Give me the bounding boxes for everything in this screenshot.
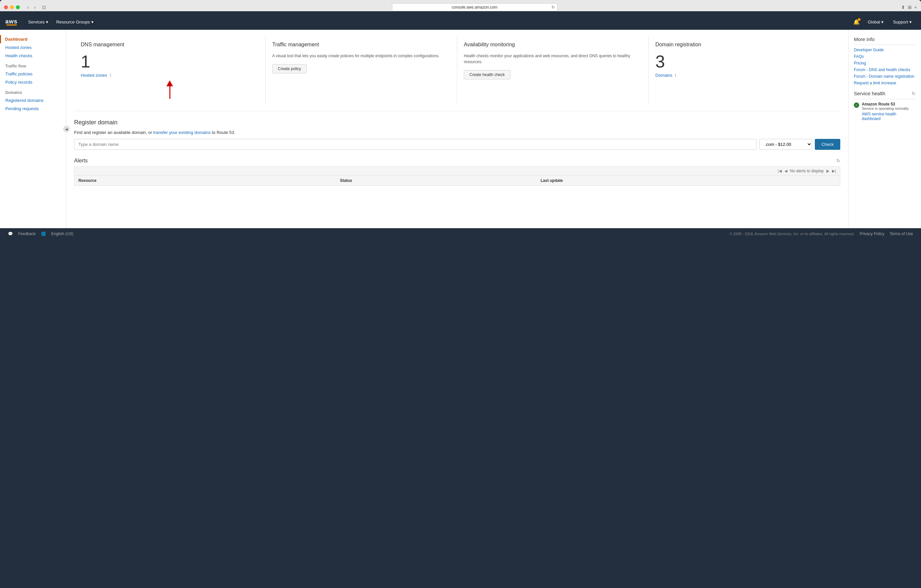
aws-logo-text: aws <box>5 18 18 25</box>
domains-info-icon: ℹ <box>675 73 676 77</box>
forward-button[interactable]: › <box>32 4 38 11</box>
globe-icon: 🌐 <box>41 232 46 236</box>
new-tab-button[interactable]: ⊞ <box>908 5 912 10</box>
browser-chrome: ‹ › ⊡ 🔒 console.aws.amazon.com ↻ ⬆ ⊞ + <box>0 0 921 11</box>
availability-monitoring-card: Availability monitoring Health checks mo… <box>457 36 649 104</box>
reload-icon[interactable]: ↻ <box>552 5 555 10</box>
notifications-icon[interactable]: 🔔 <box>853 19 860 25</box>
alerts-title: Alerts <box>74 158 88 164</box>
sidebar-toggle[interactable]: ◀ <box>63 126 70 132</box>
alerts-section: Alerts ↻ |◀ ◀ No alerts to display ▶ ▶| … <box>74 158 840 186</box>
next-page-button[interactable]: ▶ <box>827 169 829 173</box>
status-column-header: Status <box>336 175 537 186</box>
share-button[interactable]: ⬆ <box>901 5 905 10</box>
dns-management-title: DNS management <box>81 42 259 48</box>
minimize-button[interactable] <box>10 5 14 9</box>
domains-section-label: Domains <box>0 86 66 96</box>
forum-domain-link[interactable]: Forum - Domain name registration <box>854 74 916 79</box>
domain-extension-select[interactable]: .com - $12.00 <box>759 139 812 150</box>
add-tab-button[interactable]: + <box>914 5 917 10</box>
availability-monitoring-description: Health checks monitor your applications … <box>464 53 642 65</box>
aws-nav: aws Services ▾ Resource Groups ▾ 🔔 Globa… <box>0 14 921 30</box>
domains-link[interactable]: Domains <box>655 73 672 78</box>
sidebar-item-policy-records[interactable]: Policy records <box>0 78 66 86</box>
language-selector[interactable]: English (US) <box>51 232 73 236</box>
nav-buttons: ‹ › <box>25 4 37 11</box>
right-sidebar: More info Developer Guide FAQs Pricing F… <box>848 30 921 228</box>
availability-monitoring-title: Availability monitoring <box>464 42 642 48</box>
global-selector[interactable]: Global ▾ <box>864 14 888 30</box>
hosted-zones-info-icon: ℹ <box>110 73 111 77</box>
main-content: DNS management 1 Hosted zones ℹ Traffic … <box>66 30 848 228</box>
register-domain-section: Register domain Find and register an ava… <box>74 119 840 150</box>
no-alerts-text: No alerts to display <box>790 169 824 173</box>
register-domain-description: Find and register an available domain, o… <box>74 130 840 135</box>
address-bar-wrap: 🔒 console.aws.amazon.com ↻ <box>392 3 557 11</box>
feedback-icon: 💬 <box>8 232 13 236</box>
pricing-link[interactable]: Pricing <box>854 61 916 65</box>
create-policy-button[interactable]: Create policy <box>272 64 307 73</box>
main-container: ◀ Dashboard Hosted zones Health checks T… <box>0 30 921 228</box>
transfer-domains-link[interactable]: transfer your existing domains <box>153 130 210 135</box>
last-update-column-header: Last update <box>537 175 840 186</box>
tab-view-button[interactable]: ⊡ <box>40 4 48 11</box>
table-header-row: Resource Status Last update <box>75 175 840 186</box>
service-health-item: Amazon Route 53 Service is operating nor… <box>854 102 916 121</box>
service-name: Amazon Route 53 <box>862 102 916 107</box>
hosted-zones-link[interactable]: Hosted zones <box>81 73 107 78</box>
health-status-dot <box>854 102 859 108</box>
aws-logo-underline <box>6 24 17 26</box>
alerts-refresh-icon[interactable]: ↻ <box>836 158 840 163</box>
sidebar-item-traffic-policies[interactable]: Traffic policies <box>0 70 66 78</box>
maximize-button[interactable] <box>16 5 20 9</box>
close-button[interactable] <box>4 5 8 9</box>
domain-name-input[interactable] <box>74 139 757 150</box>
sidebar-item-health-checks[interactable]: Health checks <box>0 52 66 60</box>
domain-search-row: .com - $12.00 Check <box>74 139 840 150</box>
traffic-management-description: A visual tool that lets you easily creat… <box>272 53 450 59</box>
arrow-shaft <box>169 86 170 99</box>
traffic-management-title: Traffic management <box>272 42 450 48</box>
sidebar-item-dashboard[interactable]: Dashboard <box>0 35 66 43</box>
faqs-link[interactable]: FAQs <box>854 54 916 59</box>
sidebar: ◀ Dashboard Hosted zones Health checks T… <box>0 30 66 228</box>
sidebar-item-registered-domains[interactable]: Registered domains <box>0 96 66 104</box>
developer-guide-link[interactable]: Developer Guide <box>854 48 916 52</box>
footer: 💬 Feedback 🌐 English (US) © 2008 - 2018,… <box>0 228 921 239</box>
back-button[interactable]: ‹ <box>25 4 31 11</box>
terms-of-use-link[interactable]: Terms of Use <box>890 232 913 236</box>
resource-groups-nav-button[interactable]: Resource Groups ▾ <box>52 14 98 30</box>
chevron-down-icon: ▾ <box>881 19 884 24</box>
sidebar-item-hosted-zones[interactable]: Hosted zones <box>0 43 66 52</box>
request-limit-link[interactable]: Request a limit increase <box>854 81 916 85</box>
aws-health-dashboard-link[interactable]: AWS service health dashboard <box>862 112 916 121</box>
create-health-check-button[interactable]: Create health check <box>464 70 511 80</box>
services-nav-button[interactable]: Services ▾ <box>24 14 52 30</box>
last-page-button[interactable]: ▶| <box>832 169 836 173</box>
service-health-header: Service health ↻ <box>854 91 916 99</box>
register-domain-title: Register domain <box>74 119 840 126</box>
notification-dot <box>858 18 861 21</box>
first-page-button[interactable]: |◀ <box>778 169 782 173</box>
traffic-management-card: Traffic management A visual tool that le… <box>266 36 457 104</box>
alerts-header: Alerts ↻ <box>74 158 840 164</box>
forum-dns-link[interactable]: Forum - DNS and health checks <box>854 67 916 72</box>
service-health-refresh-icon[interactable]: ↻ <box>912 91 916 96</box>
chevron-down-icon: ▾ <box>91 19 94 24</box>
feedback-link[interactable]: Feedback <box>18 232 36 236</box>
arrow-annotation <box>81 80 259 99</box>
privacy-policy-link[interactable]: Privacy Policy <box>860 232 885 236</box>
chevron-down-icon: ▾ <box>910 19 912 24</box>
address-bar[interactable]: console.aws.amazon.com <box>392 3 557 11</box>
support-menu[interactable]: Support ▾ <box>889 14 916 30</box>
prev-page-button[interactable]: ◀ <box>784 169 788 173</box>
nav-right: 🔔 Global ▾ Support ▾ <box>853 14 916 30</box>
more-info-title: More info <box>854 36 916 45</box>
chevron-down-icon: ▾ <box>46 19 48 24</box>
traffic-flow-section-label: Traffic flow <box>0 60 66 70</box>
sidebar-item-pending-requests[interactable]: Pending requests <box>0 104 66 113</box>
dashboard-grid: DNS management 1 Hosted zones ℹ Traffic … <box>74 36 840 111</box>
service-status: Service is operating normally. <box>862 107 916 110</box>
check-domain-button[interactable]: Check <box>815 139 840 150</box>
copyright-text: © 2008 - 2018, Amazon Web Services, Inc.… <box>730 232 854 236</box>
